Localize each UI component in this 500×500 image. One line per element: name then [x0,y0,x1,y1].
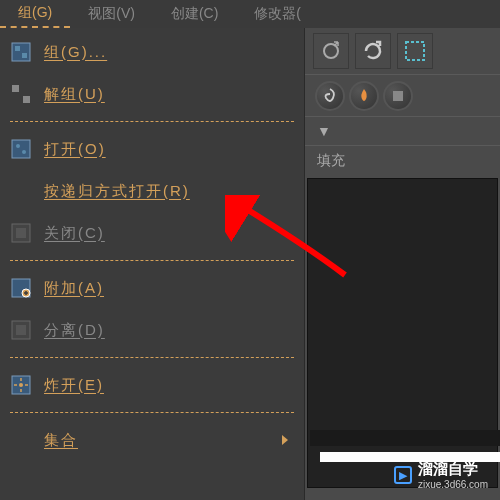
submenu-arrow-icon [282,435,288,445]
dark-strip [310,430,500,446]
ungroup-icon [10,83,32,105]
right-panel: ▼ 填充 [305,28,500,490]
menu-separator [10,121,294,122]
svg-rect-4 [23,96,30,103]
explode-icon [10,374,32,396]
svg-rect-16 [406,42,424,60]
menu-label: 按递归方式打开(R) [44,182,296,201]
menu-label: 附加(A) [44,279,296,298]
select-button[interactable] [397,33,433,69]
menu-label: 组(G)... [44,43,296,62]
menu-label: 炸开(E) [44,376,296,395]
svg-rect-0 [12,43,30,61]
fill-label: 填充 [305,145,500,176]
menu-item-collection[interactable]: 集合 [0,419,304,461]
icon-row [305,74,500,116]
svg-rect-17 [393,91,403,101]
svg-point-7 [22,150,26,154]
section-dropdown[interactable]: ▼ [305,116,500,145]
menu-item-open-recursive[interactable]: 按递归方式打开(R) [0,170,304,212]
menubar: 组(G) 视图(V) 创建(C) 修改器( [0,0,500,28]
empty-icon [10,429,32,451]
menu-label: 打开(O) [44,140,296,159]
menu-item-detach[interactable]: 分离(D) [0,309,304,351]
menu-item-open[interactable]: 打开(O) [0,128,304,170]
menu-item-close[interactable]: 关闭(C) [0,212,304,254]
group-dropdown: 组(G)... 解组(U) 打开(O) 按递归方式打开(R) 关闭(C) 附加(… [0,28,305,500]
watermark-url: zixue.3d66.com [418,479,488,490]
menu-group[interactable]: 组(G) [0,0,70,28]
menu-label: 分离(D) [44,321,296,340]
open-icon [10,138,32,160]
watermark-text: 溜溜自学 [418,460,488,479]
group-icon [10,41,32,63]
svg-point-6 [16,144,20,148]
menu-separator [10,357,294,358]
menu-label: 关闭(C) [44,224,296,243]
menu-view[interactable]: 视图(V) [70,1,153,27]
menu-separator [10,412,294,413]
attach-icon [10,277,32,299]
menu-item-explode[interactable]: 炸开(E) [0,364,304,406]
svg-rect-3 [12,85,19,92]
svg-rect-2 [22,53,27,58]
empty-icon [10,180,32,202]
play-icon: ▶ [394,466,412,484]
svg-point-15 [19,383,23,387]
watermark: ▶ 溜溜自学 zixue.3d66.com [394,460,488,490]
svg-rect-5 [12,140,30,158]
menu-item-attach[interactable]: 附加(A) [0,267,304,309]
menu-item-ungroup[interactable]: 解组(U) [0,73,304,115]
menu-label: 集合 [44,431,282,450]
misc-icon[interactable] [383,81,413,111]
menu-create[interactable]: 创建(C) [153,1,236,27]
menu-item-group[interactable]: 组(G)... [0,31,304,73]
detach-icon [10,319,32,341]
svg-rect-13 [16,325,26,335]
svg-rect-9 [16,228,26,238]
swirl-icon[interactable] [315,81,345,111]
close-icon [10,222,32,244]
fire-icon[interactable] [349,81,379,111]
menu-label: 解组(U) [44,85,296,104]
svg-rect-1 [15,46,20,51]
link-button[interactable] [313,33,349,69]
toolbar [305,28,500,74]
menu-modifier[interactable]: 修改器( [236,1,319,27]
menu-separator [10,260,294,261]
redo-button[interactable] [355,33,391,69]
